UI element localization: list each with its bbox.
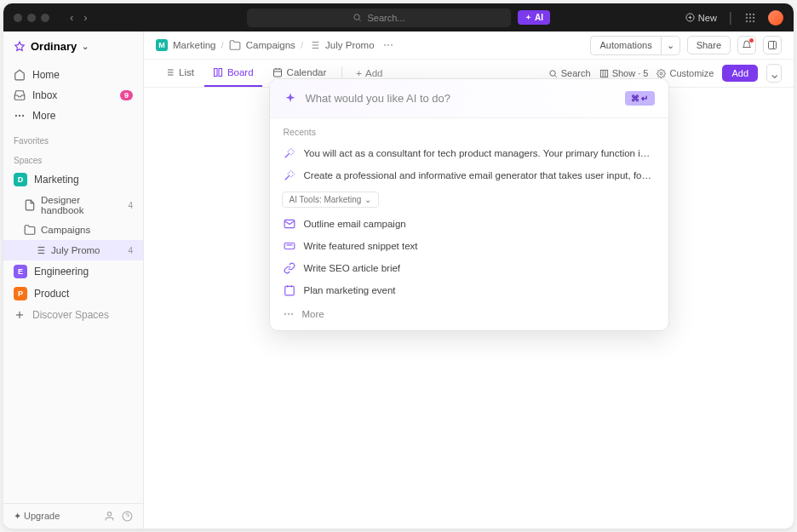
close-window[interactable] [14,14,22,22]
card-icon [284,240,295,252]
calendar-icon [272,67,283,77]
user-icon[interactable] [104,511,115,522]
window-controls [14,14,49,22]
nav-back[interactable]: ‹ [66,9,77,26]
recent-item-1[interactable]: You will act as a consultant for tech pr… [270,142,668,164]
svg-point-6 [749,13,751,14]
chevron-down-icon: ⌄ [82,42,89,51]
add-dropdown[interactable]: ⌄ [766,64,782,83]
svg-point-14 [19,115,20,116]
space-badge-icon: P [14,287,27,300]
sidebar: Ordinary ⌄ Home Inbox 9 More Favorites [3,31,144,529]
space-product[interactable]: P Product [3,283,143,305]
plus-icon [14,309,26,321]
action-customize[interactable]: Customize [657,68,714,78]
more-icon [14,110,26,122]
svg-point-47 [661,72,663,75]
svg-line-43 [554,75,556,77]
ai-modal: What would you like AI to do? ⌘ ↵ Recent… [269,78,669,331]
breadcrumb-july-promo[interactable]: July Promo [325,40,375,50]
breadcrumb: M Marketing / Campaigns / July Promo ⋯ [156,39,393,51]
panel-icon [767,40,777,50]
svg-point-9 [749,16,751,18]
keyboard-hint: ⌘ ↵ [625,91,655,106]
recent-item-2[interactable]: Create a professional and informative em… [270,164,668,186]
calendar-icon [284,284,295,296]
titlebar: ‹ › Search... AI New | [3,3,794,31]
global-search[interactable]: Search... [247,9,511,27]
folder-designer-handbook[interactable]: Designer handbook 4 [3,191,143,220]
svg-rect-31 [769,42,777,49]
wand-icon [284,169,295,181]
svg-point-7 [753,13,754,14]
tool-plan-event[interactable]: Plan marketing event [270,279,668,301]
discover-spaces[interactable]: Discover Spaces [3,305,143,325]
spaces-label: Spaces [3,149,143,169]
nav-inbox[interactable]: Inbox 9 [3,85,143,106]
svg-point-25 [107,512,111,516]
automations-button[interactable]: Automations [590,36,660,55]
folder-icon [229,39,241,51]
svg-rect-49 [284,243,295,249]
list-icon [34,244,46,256]
view-board[interactable]: Board [204,60,262,87]
tools-category-chip[interactable]: AI Tools: Marketing ⌄ [282,192,380,208]
svg-point-10 [753,16,754,18]
ai-button[interactable]: AI [518,10,550,25]
action-show[interactable]: Show · 5 [599,68,649,78]
svg-rect-38 [273,69,281,77]
nav-home[interactable]: Home [3,65,143,85]
breadcrumb-more-icon[interactable]: ⋯ [383,39,393,51]
sidebar-footer: ✦ Upgrade [3,503,143,529]
user-avatar[interactable] [768,10,783,26]
upgrade-link[interactable]: ✦ Upgrade [14,511,60,522]
svg-point-15 [23,115,24,116]
automations-dropdown[interactable]: ⌄ [661,36,680,55]
view-list[interactable]: List [156,60,203,87]
space-badge-icon: D [14,173,27,186]
help-icon[interactable] [122,511,133,522]
sparkle-icon [525,14,532,21]
notification-dot [749,38,754,43]
view-add[interactable]: +Add [349,68,389,78]
share-button[interactable]: Share [687,36,731,54]
folder-campaigns[interactable]: Campaigns [3,220,143,240]
ai-input[interactable]: What would you like AI to do? ⌘ ↵ [270,79,668,117]
workspace-switcher[interactable]: Ordinary ⌄ [3,31,143,61]
minimize-window[interactable] [27,14,36,22]
tool-outline-email[interactable]: Outline email campaign [270,213,668,235]
more-dots-icon: ⋯ [284,308,294,320]
tool-seo-brief[interactable]: Write SEO article brief [270,257,668,279]
list-icon [308,39,320,51]
workspace-name: Ordinary [31,40,77,53]
svg-line-1 [359,20,361,21]
action-search[interactable]: Search [548,68,591,78]
svg-rect-44 [600,70,607,77]
ai-more[interactable]: ⋯ More [270,301,668,330]
maximize-window[interactable] [41,14,49,22]
inbox-icon [14,89,26,101]
workspace-logo-icon [14,41,26,53]
home-icon [14,69,26,81]
inbox-badge: 9 [120,90,133,100]
space-marketing[interactable]: D Marketing [3,169,143,191]
notifications-button[interactable] [737,36,756,54]
nav-more[interactable]: More [3,106,143,126]
new-button[interactable]: New [685,13,717,23]
svg-rect-51 [284,286,294,295]
svg-point-12 [749,20,751,21]
favorites-label: Favorites [3,129,143,149]
space-engineering[interactable]: E Engineering [3,260,143,283]
breadcrumb-campaigns[interactable]: Campaigns [246,40,295,50]
nav-forward[interactable]: › [80,9,90,26]
add-task-button[interactable]: Add [722,65,758,82]
tool-snippet[interactable]: Write featured snippet text [270,235,668,257]
apps-icon[interactable] [744,12,756,24]
board-icon [213,67,223,77]
search-icon [353,13,362,22]
folder-icon [24,224,36,236]
panel-toggle[interactable] [763,36,782,54]
link-icon [284,262,295,274]
list-july-promo[interactable]: July Promo 4 [3,240,143,260]
breadcrumb-marketing[interactable]: Marketing [173,40,216,50]
